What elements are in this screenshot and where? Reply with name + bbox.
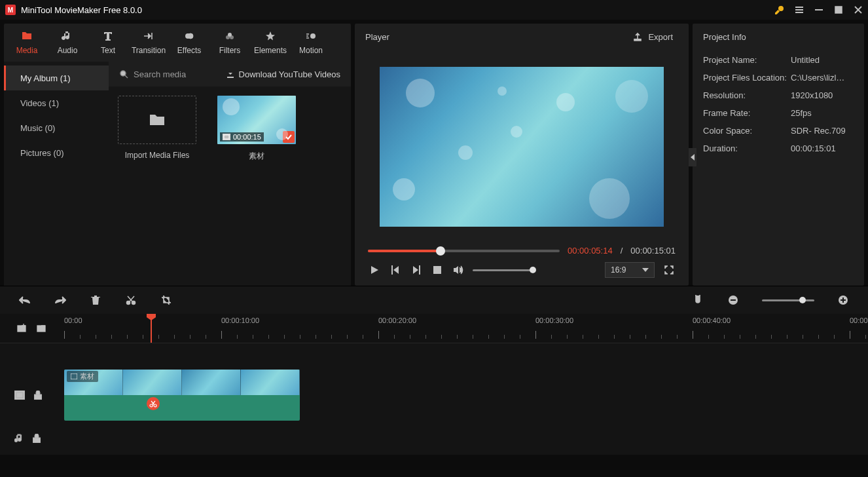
current-time: 00:00:05:14 [568,246,613,256]
lock-icon[interactable] [34,391,42,400]
zoom-slider[interactable] [762,299,814,301]
search-icon [119,69,128,79]
proj-duration-label: Duration: [703,143,791,153]
svg-point-3 [188,33,193,39]
split-button[interactable] [124,294,137,307]
svg-point-6 [230,35,234,39]
volume-button[interactable] [452,263,465,277]
proj-colorspace-value: SDR- Rec.709 [791,126,854,136]
undo-button[interactable] [18,294,31,307]
tab-text[interactable]: Text [88,24,128,62]
add-track-button[interactable] [16,322,29,335]
audio-track-icon [14,433,24,444]
next-frame-button[interactable] [410,263,423,277]
svg-point-21 [132,301,136,305]
video-track-icon [14,391,25,400]
playhead[interactable] [151,314,152,343]
svg-marker-18 [642,268,649,272]
svg-rect-26 [842,297,844,303]
svg-marker-17 [454,266,458,274]
tab-effects[interactable]: Effects [169,24,209,62]
snap-button[interactable] [691,294,704,307]
svg-point-7 [310,33,316,39]
svg-marker-11 [371,266,378,274]
search-input[interactable]: Search media [134,69,186,79]
panel-collapse-button[interactable] [689,148,696,166]
svg-marker-12 [393,266,399,274]
svg-point-5 [226,35,230,39]
svg-rect-16 [433,266,441,274]
media-sidebar: My Album (1) Videos (1) Music (0) Pictur… [4,62,109,286]
prev-frame-button[interactable] [389,263,402,277]
svg-rect-15 [419,265,420,275]
clip-selected-icon [283,131,295,143]
zoom-in-button[interactable] [837,294,850,307]
svg-rect-31 [34,394,42,400]
maximize-button[interactable] [829,0,848,20]
license-key-icon[interactable] [770,0,789,20]
player-panel: Player Export 00:00:05:14 / 00: [355,24,689,286]
remove-track-button[interactable] [35,322,48,335]
proj-duration-value: 00:00:15:01 [791,143,854,153]
svg-rect-0 [815,9,823,10]
proj-name-value: Untitled [791,55,854,65]
minimize-button[interactable] [809,0,829,20]
stop-button[interactable] [431,263,444,277]
proj-framerate-value: 25fps [791,108,854,118]
sidebar-item-pictures[interactable]: Pictures (0) [4,140,109,165]
zoom-out-button[interactable] [727,294,740,307]
project-info-title: Project Info [703,32,746,42]
tab-motion[interactable]: Motion [291,24,331,62]
project-info-panel: Project Info Project Name:Untitled Proje… [693,24,864,286]
fullscreen-button[interactable] [662,263,676,277]
export-button[interactable]: Export [627,29,678,45]
player-title: Player [365,32,389,42]
svg-marker-14 [413,266,418,274]
sidebar-item-my-album[interactable]: My Album (1) [4,66,109,90]
svg-point-34 [154,404,156,407]
aspect-ratio-select[interactable]: 16:9 [605,262,655,278]
timeline-clip[interactable]: 素材 [64,370,300,421]
redo-button[interactable] [54,294,67,307]
svg-rect-23 [731,299,736,301]
proj-resolution-value: 1920x1080 [791,90,854,100]
film-icon [223,134,230,140]
tab-media[interactable]: Media [7,24,47,62]
crop-button[interactable] [160,294,173,307]
media-clip[interactable]: 00:00:15 素材 [215,96,298,162]
timeline-ruler[interactable]: 00:0000:00:10:0000:00:20:0000:00:30:0000… [64,314,868,343]
svg-point-33 [150,404,153,407]
svg-point-20 [127,301,130,305]
delete-button[interactable] [89,294,102,307]
audio-track [0,422,868,455]
proj-framerate-label: Frame Rate: [703,108,791,118]
clip-label: 素材 [67,371,98,382]
clip-duration-badge: 00:00:15 [220,132,264,142]
svg-rect-32 [71,373,77,379]
download-youtube-link[interactable]: Download YouTube Videos [226,69,340,79]
video-track: 素材 [0,368,868,422]
volume-slider[interactable] [473,269,533,271]
tab-filters[interactable]: Filters [209,24,250,62]
chevron-down-icon [642,268,649,272]
tab-transition[interactable]: Transition [128,24,169,62]
tab-audio[interactable]: Audio [47,24,88,62]
tab-elements[interactable]: Elements [250,24,291,62]
svg-rect-28 [37,326,45,332]
import-media-button[interactable]: Import Media Files [115,96,199,162]
play-button[interactable] [368,263,381,277]
menu-icon[interactable] [789,0,809,20]
svg-rect-13 [391,265,393,275]
title-bar: M MiniTool MovieMaker Free 8.0.0 [0,0,868,20]
sidebar-item-videos[interactable]: Videos (1) [4,90,109,115]
seek-bar[interactable] [368,250,560,252]
proj-colorspace-label: Color Space: [703,126,791,136]
sidebar-item-music[interactable]: Music (0) [4,115,109,140]
split-marker-icon[interactable] [147,397,160,410]
lock-icon[interactable] [33,434,41,443]
svg-rect-27 [18,326,26,332]
film-icon [71,373,77,379]
timeline: 00:0000:00:10:0000:00:20:0000:00:30:0000… [0,286,868,455]
svg-rect-10 [224,135,229,139]
close-button[interactable] [848,0,868,20]
